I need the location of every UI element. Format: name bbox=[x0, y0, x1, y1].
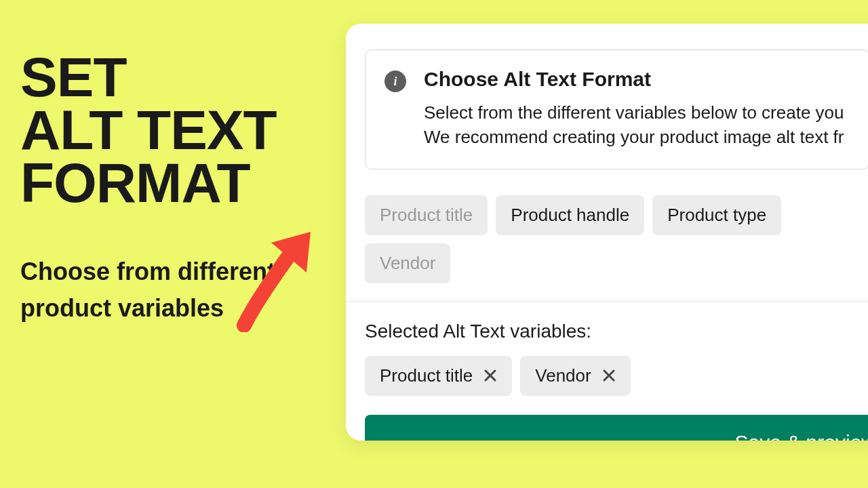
close-icon[interactable] bbox=[602, 369, 616, 382]
promo-subhead: Choose from different product variables bbox=[20, 253, 292, 327]
info-icon: i bbox=[384, 70, 406, 92]
option-product-handle[interactable]: Product handle bbox=[496, 195, 644, 235]
info-title: Choose Alt Text Format bbox=[424, 68, 844, 91]
variable-options-row: Product title Product handle Product typ… bbox=[346, 169, 868, 301]
selected-label: Selected Alt Text variables: bbox=[346, 302, 868, 356]
save-preview-button[interactable]: Save & preview bbox=[365, 415, 868, 441]
promo-left-panel: SETALT TEXTFORMAT Choose from different … bbox=[20, 51, 332, 327]
selected-product-title: Product title bbox=[365, 356, 512, 396]
option-vendor[interactable]: Vendor bbox=[365, 243, 450, 283]
selected-chip-label: Product title bbox=[380, 365, 473, 386]
selected-vendor: Vendor bbox=[520, 356, 630, 396]
info-box: i Choose Alt Text Format Select from the… bbox=[365, 49, 868, 169]
promo-headline: SETALT TEXTFORMAT bbox=[20, 51, 332, 209]
info-content: Choose Alt Text Format Select from the d… bbox=[424, 68, 844, 150]
close-icon[interactable] bbox=[484, 369, 497, 382]
info-desc: Select from the different variables belo… bbox=[424, 100, 844, 150]
option-product-type[interactable]: Product type bbox=[652, 195, 781, 235]
selected-chip-label: Vendor bbox=[535, 365, 591, 386]
option-product-title[interactable]: Product title bbox=[365, 195, 488, 235]
settings-card: i Choose Alt Text Format Select from the… bbox=[346, 24, 868, 441]
selected-variables-row: Product title Vendor bbox=[346, 356, 868, 415]
